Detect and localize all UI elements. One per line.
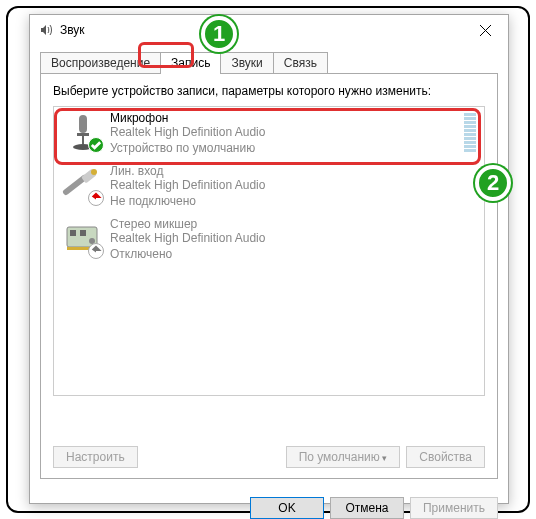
device-driver: Realtek High Definition Audio [110, 125, 460, 141]
close-button[interactable] [463, 15, 508, 45]
sound-dialog: Звук Воспроизведение Запись Звуки Связь … [29, 14, 509, 504]
cancel-button[interactable]: Отмена [330, 497, 404, 519]
microphone-icon [62, 111, 104, 153]
default-check-icon [88, 137, 104, 153]
ok-button[interactable]: OK [250, 497, 324, 519]
device-item-microphone[interactable]: Микрофон Realtek High Definition Audio У… [54, 107, 484, 160]
tab-strip: Воспроизведение Запись Звуки Связь [40, 51, 498, 73]
dialog-button-row: OK Отмена Применить [30, 489, 508, 519]
sound-card-icon [62, 217, 104, 259]
device-status: Устройство по умолчанию [110, 141, 460, 157]
annotation-step-1: 1 [201, 16, 237, 52]
device-name: Лин. вход [110, 164, 476, 178]
instruction-text: Выберите устройство записи, параметры ко… [53, 84, 485, 98]
properties-button[interactable]: Свойства [406, 446, 485, 468]
svg-rect-7 [70, 230, 76, 236]
svg-point-5 [91, 169, 97, 175]
tab-sounds[interactable]: Звуки [220, 52, 273, 73]
configure-button[interactable]: Настроить [53, 446, 138, 468]
device-item-stereo-mix[interactable]: Стерео микшер Realtek High Definition Au… [54, 213, 484, 266]
tab-playback[interactable]: Воспроизведение [40, 52, 161, 73]
tab-panel: Выберите устройство записи, параметры ко… [40, 73, 498, 479]
unplugged-icon [88, 190, 104, 206]
disabled-icon [88, 243, 104, 259]
titlebar[interactable]: Звук [30, 15, 508, 45]
tab-label: Запись [171, 56, 210, 70]
line-in-icon [62, 164, 104, 206]
tab-label: Звуки [231, 56, 262, 70]
svg-rect-1 [77, 133, 89, 136]
tab-button-row: Настроить По умолчанию Свойства [53, 446, 485, 468]
device-status: Не подключено [110, 194, 476, 210]
device-name: Стерео микшер [110, 217, 476, 231]
device-list[interactable]: Микрофон Realtek High Definition Audio У… [53, 106, 485, 396]
window-title: Звук [60, 23, 463, 37]
device-name: Микрофон [110, 111, 460, 125]
device-driver: Realtek High Definition Audio [110, 231, 476, 247]
device-status: Отключено [110, 247, 476, 263]
tab-label: Связь [284, 56, 317, 70]
svg-rect-8 [80, 230, 86, 236]
tab-communications[interactable]: Связь [273, 52, 328, 73]
set-default-button[interactable]: По умолчанию [286, 446, 401, 468]
device-driver: Realtek High Definition Audio [110, 178, 476, 194]
svg-rect-2 [82, 136, 84, 144]
apply-button[interactable]: Применить [410, 497, 498, 519]
annotation-step-2: 2 [475, 165, 511, 201]
tab-label: Воспроизведение [51, 56, 150, 70]
speaker-icon [38, 22, 54, 38]
level-meter [464, 113, 476, 152]
device-item-line-in[interactable]: Лин. вход Realtek High Definition Audio … [54, 160, 484, 213]
svg-rect-0 [79, 115, 87, 133]
tab-recording[interactable]: Запись [160, 52, 221, 74]
